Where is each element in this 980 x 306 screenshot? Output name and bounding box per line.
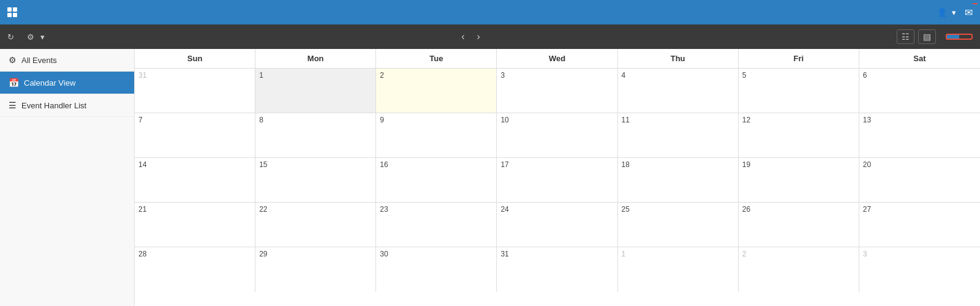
day-header-sat: Sat bbox=[859, 49, 980, 68]
calendar-cell[interactable]: 31 bbox=[497, 247, 617, 292]
day-number: 24 bbox=[500, 205, 613, 214]
view-toggle-group: ☷ ▤ bbox=[897, 29, 936, 44]
calendar-cell[interactable]: 27 bbox=[859, 203, 980, 247]
day-number: 9 bbox=[380, 116, 492, 124]
gear-icon: ⚙ bbox=[27, 32, 34, 42]
calendar-cell[interactable]: 9 bbox=[376, 113, 497, 157]
calendar-week-4: 28293031123 bbox=[135, 247, 980, 292]
main-layout: ⚙ All Events📅 Calendar View☰ Event Handl… bbox=[0, 49, 980, 306]
calendar-cell[interactable]: 14 bbox=[135, 158, 255, 202]
calendar-cell[interactable]: 25 bbox=[618, 203, 739, 247]
calendar-cell[interactable]: 31 bbox=[135, 69, 255, 113]
day-number: 29 bbox=[259, 250, 372, 258]
day-number: 16 bbox=[380, 160, 492, 169]
app-grid-icon bbox=[7, 7, 17, 17]
mail-icon: ✉ bbox=[965, 7, 973, 18]
user-menu[interactable]: 👤 ▾ bbox=[937, 8, 956, 17]
calendar-cell[interactable]: 18 bbox=[618, 158, 739, 202]
sidebar-label: Calendar View bbox=[24, 78, 75, 88]
calendar-cell[interactable]: 20 bbox=[859, 158, 980, 202]
monthly-button[interactable] bbox=[947, 35, 959, 39]
calendar-cell[interactable]: 1 bbox=[618, 247, 739, 292]
day-number: 13 bbox=[863, 116, 976, 124]
day-number: 31 bbox=[138, 71, 251, 80]
calendar-cell[interactable]: 16 bbox=[376, 158, 497, 202]
mail-badge bbox=[973, 3, 978, 4]
month-navigation: ‹ › bbox=[461, 31, 480, 42]
sidebar-item-event-handler-list[interactable]: ☰ Event Handler List bbox=[0, 94, 134, 117]
calendar-cell[interactable]: 28 bbox=[135, 247, 255, 292]
mail-button[interactable]: ✉ bbox=[965, 7, 973, 18]
day-header-thu: Thu bbox=[618, 49, 739, 68]
sidebar-item-all-events[interactable]: ⚙ All Events bbox=[0, 49, 134, 72]
calendar-cell[interactable]: 3 bbox=[497, 69, 617, 113]
calendar-cell[interactable]: 22 bbox=[255, 203, 376, 247]
calendar-cell[interactable]: 12 bbox=[739, 113, 859, 157]
day-number: 26 bbox=[742, 205, 855, 214]
calendar-week-3: 21222324252627 bbox=[135, 203, 980, 247]
calendar-body: 3112345678910111213141516171819202122232… bbox=[135, 69, 980, 292]
day-number: 25 bbox=[622, 205, 734, 214]
day-number: 20 bbox=[863, 160, 976, 169]
calendar-cell[interactable]: 24 bbox=[497, 203, 617, 247]
calendar-cell[interactable]: 8 bbox=[255, 113, 376, 157]
day-header-tue: Tue bbox=[376, 49, 497, 68]
day-number: 5 bbox=[742, 71, 855, 80]
day-number: 19 bbox=[742, 160, 855, 169]
severity-filters-button[interactable]: ⚙ ▾ bbox=[27, 32, 45, 42]
day-header-wed: Wed bbox=[497, 49, 617, 68]
calendar-cell[interactable]: 15 bbox=[255, 158, 376, 202]
calendar-cell[interactable]: 23 bbox=[376, 203, 497, 247]
day-number: 10 bbox=[500, 116, 613, 124]
user-chevron: ▾ bbox=[952, 8, 956, 17]
calendar-cell[interactable]: 7 bbox=[135, 113, 255, 157]
list-view-button[interactable]: ☷ bbox=[897, 29, 914, 44]
sidebar-item-calendar-view[interactable]: 📅 Calendar View bbox=[0, 72, 134, 94]
calendar-cell[interactable]: 17 bbox=[497, 158, 617, 202]
day-number: 4 bbox=[622, 71, 734, 80]
sidebar-icon: 📅 bbox=[9, 78, 19, 88]
calendar-week-2: 14151617181920 bbox=[135, 158, 980, 203]
day-number: 8 bbox=[259, 116, 372, 124]
day-number: 3 bbox=[500, 71, 613, 80]
day-number: 31 bbox=[500, 250, 613, 258]
calendar-cell[interactable]: 5 bbox=[739, 69, 859, 113]
calendar-cell[interactable]: 3 bbox=[859, 247, 980, 292]
calendar-week-1: 78910111213 bbox=[135, 113, 980, 158]
next-month-button[interactable]: › bbox=[477, 31, 480, 42]
month-week-toggle bbox=[946, 34, 973, 40]
day-number: 14 bbox=[138, 160, 251, 169]
day-number: 27 bbox=[863, 205, 976, 214]
day-number: 2 bbox=[380, 71, 492, 80]
toolbar: ↻ ⚙ ▾ ‹ › ☷ ▤ bbox=[0, 24, 980, 49]
day-number: 12 bbox=[742, 116, 855, 124]
calendar-cell[interactable]: 10 bbox=[497, 113, 617, 157]
calendar-cell[interactable]: 13 bbox=[859, 113, 980, 157]
chart-view-button[interactable]: ▤ bbox=[918, 29, 936, 44]
sidebar-label: Event Handler List bbox=[21, 101, 86, 110]
weekly-button[interactable] bbox=[959, 35, 971, 39]
calendar-cell[interactable]: 1 bbox=[255, 69, 376, 113]
day-number: 3 bbox=[863, 250, 976, 258]
prev-month-button[interactable]: ‹ bbox=[461, 31, 464, 42]
day-header-mon: Mon bbox=[255, 49, 376, 68]
day-header-fri: Fri bbox=[739, 49, 859, 68]
calendar-cell[interactable]: 2 bbox=[376, 69, 497, 113]
sidebar-icon: ☰ bbox=[9, 100, 17, 110]
day-number: 22 bbox=[259, 205, 372, 214]
day-header-sun: Sun bbox=[135, 49, 255, 68]
calendar-cell[interactable]: 4 bbox=[618, 69, 739, 113]
day-number: 1 bbox=[622, 250, 734, 258]
calendar-cell[interactable]: 26 bbox=[739, 203, 859, 247]
calendar-cell[interactable]: 2 bbox=[739, 247, 859, 292]
calendar-cell[interactable]: 6 bbox=[859, 69, 980, 113]
user-icon: 👤 bbox=[937, 8, 947, 17]
nav-right: 👤 ▾ ✉ bbox=[937, 7, 973, 18]
calendar-cell[interactable]: 19 bbox=[739, 158, 859, 202]
calendar-cell[interactable]: 21 bbox=[135, 203, 255, 247]
calendar-cell[interactable]: 11 bbox=[618, 113, 739, 157]
day-number: 18 bbox=[622, 160, 734, 169]
calendar-cell[interactable]: 29 bbox=[255, 247, 376, 292]
refresh-button[interactable]: ↻ bbox=[7, 32, 17, 42]
calendar-cell[interactable]: 30 bbox=[376, 247, 497, 292]
